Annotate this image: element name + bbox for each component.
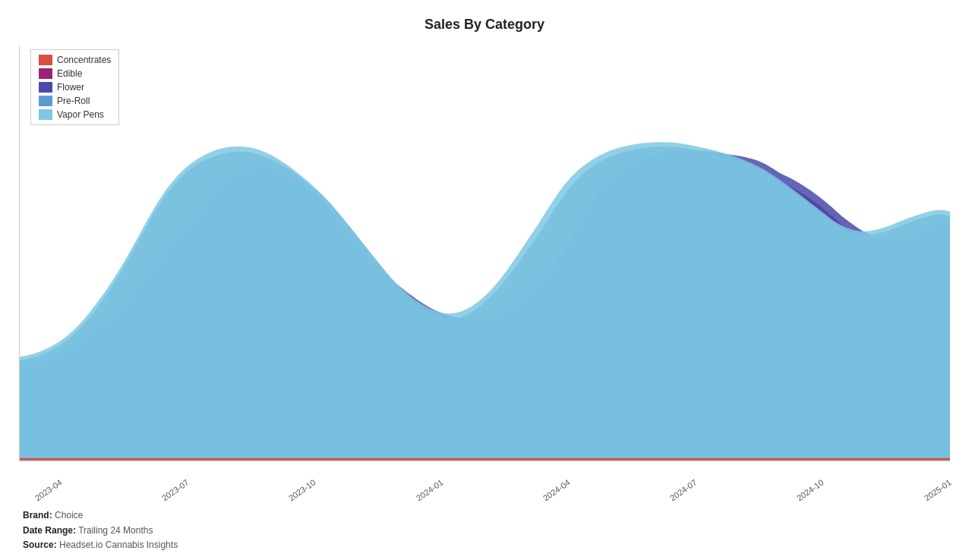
legend: Concentrates Edible Flower Pre-Roll Vapo… bbox=[30, 49, 119, 125]
legend-item-vaporpens: Vapor Pens bbox=[39, 109, 111, 120]
preroll-swatch bbox=[39, 96, 52, 106]
legend-label-vaporpens: Vapor Pens bbox=[57, 109, 104, 120]
source-label: Source: bbox=[23, 540, 57, 550]
legend-item-edible: Edible bbox=[39, 68, 111, 79]
date-range-label: Date Range: bbox=[23, 525, 76, 536]
footer-info: Brand: Choice Date Range: Trailing 24 Mo… bbox=[23, 508, 178, 552]
legend-item-concentrates: Concentrates bbox=[39, 55, 111, 65]
chart-container: Sales By Category Concentrates Edible Fl… bbox=[8, 8, 961, 499]
legend-item-preroll: Pre-Roll bbox=[39, 96, 111, 106]
x-label-2025-01: 2025-01 bbox=[922, 477, 952, 502]
legend-label-concentrates: Concentrates bbox=[57, 55, 111, 65]
chart-svg bbox=[20, 46, 950, 461]
x-label-2023-04: 2023-04 bbox=[33, 477, 64, 502]
x-label-2024-10: 2024-10 bbox=[795, 477, 825, 502]
legend-label-edible: Edible bbox=[57, 68, 82, 79]
footer-source: Source: Headset.io Cannabis Insights bbox=[23, 538, 178, 552]
flower-swatch bbox=[39, 82, 52, 93]
legend-label-preroll: Pre-Roll bbox=[57, 96, 90, 106]
chart-inner bbox=[19, 46, 950, 461]
x-axis: 2023-04 2023-07 2023-10 2024-01 2024-04 … bbox=[30, 486, 950, 496]
legend-label-flower: Flower bbox=[57, 82, 84, 93]
brand-label: Brand: bbox=[23, 510, 52, 521]
chart-title: Sales By Category bbox=[8, 8, 961, 39]
x-label-2024-07: 2024-07 bbox=[668, 477, 699, 502]
edible-swatch bbox=[39, 68, 52, 79]
concentrates-swatch bbox=[39, 55, 52, 65]
x-label-2024-01: 2024-01 bbox=[414, 477, 444, 502]
x-label-2024-04: 2024-04 bbox=[541, 477, 572, 502]
brand-value: Choice bbox=[55, 510, 83, 521]
vaporpens-swatch bbox=[39, 109, 52, 120]
x-label-2023-07: 2023-07 bbox=[160, 477, 191, 502]
vaporpens-area bbox=[20, 142, 950, 461]
footer-date-range: Date Range: Trailing 24 Months bbox=[23, 524, 178, 538]
date-range-value: Trailing 24 Months bbox=[78, 525, 153, 536]
legend-item-flower: Flower bbox=[39, 82, 111, 93]
source-value: Headset.io Cannabis Insights bbox=[59, 540, 178, 550]
page-container: HEADSET Sales By Category Concentrates E… bbox=[0, 0, 969, 560]
x-label-2023-10: 2023-10 bbox=[287, 477, 317, 502]
footer-brand: Brand: Choice bbox=[23, 508, 178, 523]
